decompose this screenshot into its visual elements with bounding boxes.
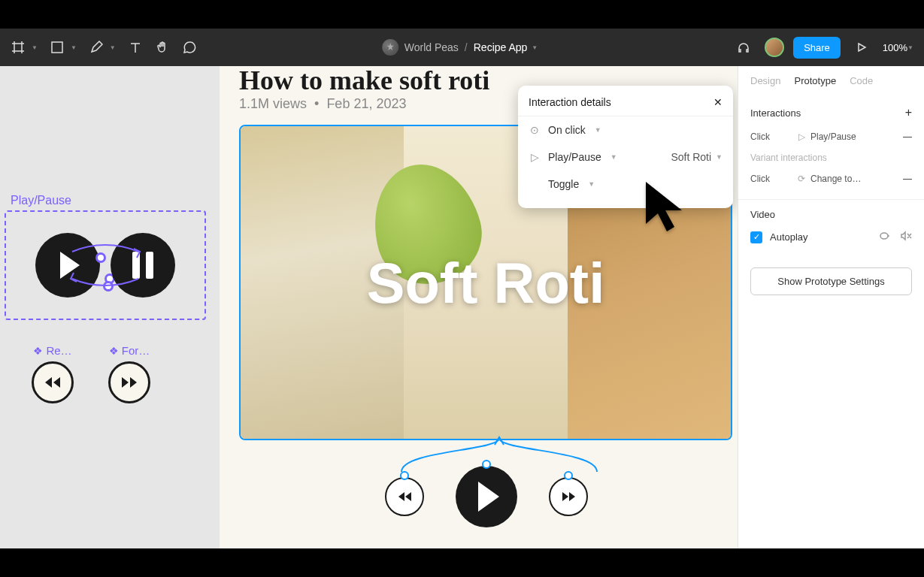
canvas-left[interactable]: Play/Pause ❖Re… xyxy=(0,66,220,548)
variant-interactions-label: Variant interactions xyxy=(750,148,912,168)
video-section: Video ✓ Autoplay xyxy=(738,199,924,257)
hand-tool[interactable] xyxy=(150,35,174,59)
file-name: Recipe App xyxy=(474,41,528,53)
chevron-down-icon: ▼ xyxy=(716,153,723,161)
chevron-down-icon[interactable]: ▼ xyxy=(532,44,538,51)
properties-panel: Design Prototype Code Interactions + Cli… xyxy=(738,66,924,548)
video-controls xyxy=(385,466,588,527)
text-tool[interactable] xyxy=(123,35,147,59)
chevron-down-icon: ▼ xyxy=(588,180,595,188)
shape-tool[interactable] xyxy=(45,35,69,59)
show-prototype-settings-button[interactable]: Show Prototype Settings xyxy=(750,267,912,295)
team-name: World Peas xyxy=(404,41,459,53)
page-subtitle: 1.1M views • Feb 21, 2023 xyxy=(239,96,406,112)
component-badge-icon: ❖ xyxy=(33,345,43,357)
share-button[interactable]: Share xyxy=(793,37,841,59)
component-badge-icon: ❖ xyxy=(109,345,119,357)
chevron-down-icon[interactable]: ▼ xyxy=(71,44,77,51)
canvas-main[interactable]: How to make soft roti 1.1M views • Feb 2… xyxy=(220,66,738,548)
tab-design[interactable]: Design xyxy=(750,75,780,86)
team-badge-icon xyxy=(382,39,398,56)
frame-tool[interactable] xyxy=(6,35,30,59)
video-section-title: Video xyxy=(750,209,775,220)
play-button[interactable] xyxy=(456,466,517,527)
panel-tabs: Design Prototype Code xyxy=(738,66,924,97)
forward-component[interactable]: ❖For… xyxy=(108,344,150,403)
document-title[interactable]: World Peas / Recipe App ▼ xyxy=(382,39,543,56)
popover-title: Interaction details xyxy=(529,96,611,108)
connector-node[interactable] xyxy=(95,252,106,263)
interactions-title: Interactions xyxy=(750,107,801,119)
trigger-select[interactable]: ⊙ On click▼ xyxy=(518,116,733,143)
trigger-icon: ⊙ xyxy=(529,124,541,136)
video-overlay-text: Soft Roti xyxy=(367,250,605,316)
play-variant[interactable] xyxy=(35,233,100,298)
zoom-control[interactable]: 100%▼ xyxy=(883,42,918,53)
chevron-down-icon[interactable]: ▼ xyxy=(32,44,38,51)
mute-icon[interactable] xyxy=(900,231,912,243)
user-avatar[interactable] xyxy=(765,38,784,57)
forward-button[interactable] xyxy=(549,477,588,516)
chevron-down-icon: ▼ xyxy=(907,44,913,51)
loop-icon[interactable] xyxy=(879,231,891,243)
headphones-icon[interactable] xyxy=(732,35,756,59)
checkbox-checked-icon[interactable]: ✓ xyxy=(750,231,762,243)
pause-variant[interactable] xyxy=(111,233,175,298)
interaction-row[interactable]: Click ▷ Play/Pause — xyxy=(750,125,912,148)
chevron-down-icon: ▼ xyxy=(610,153,617,161)
main-toolbar: ▼ ▼ ▼ World Peas / Recipe App ▼ Share 10… xyxy=(0,29,924,66)
remove-icon[interactable]: — xyxy=(903,174,912,184)
connector-node[interactable] xyxy=(103,281,114,292)
play-icon xyxy=(60,252,80,279)
chevron-down-icon: ▼ xyxy=(595,126,601,134)
forward-icon xyxy=(108,361,150,403)
action-select[interactable]: ▷ Play/Pause▼ Soft Roti▼ xyxy=(518,143,733,171)
svg-rect-0 xyxy=(52,42,62,53)
pen-tool[interactable] xyxy=(84,35,108,59)
play-icon: ▷ xyxy=(529,151,541,163)
interactions-section: Interactions + Click ▷ Play/Pause — Vari… xyxy=(738,97,924,199)
autoplay-option[interactable]: ✓ Autoplay xyxy=(750,226,912,248)
forward-label: For… xyxy=(122,344,150,357)
rewind-component[interactable]: ❖Re… xyxy=(32,344,74,403)
present-button[interactable] xyxy=(850,35,874,59)
chevron-down-icon[interactable]: ▼ xyxy=(110,44,116,51)
pause-icon xyxy=(132,252,153,279)
rewind-label: Re… xyxy=(46,344,71,357)
remove-icon[interactable]: — xyxy=(903,131,912,142)
component-set-frame[interactable] xyxy=(5,210,206,320)
interaction-details-popover: Interaction details ✕ ⊙ On click▼ ▷ Play… xyxy=(518,86,733,208)
mode-select[interactable]: Toggle▼ xyxy=(518,171,733,198)
target-select[interactable]: Soft Roti▼ xyxy=(671,151,723,163)
interaction-row[interactable]: Click ⟳ Change to… — xyxy=(750,168,912,190)
tab-prototype[interactable]: Prototype xyxy=(794,75,836,86)
cursor-icon xyxy=(640,179,692,242)
rewind-button[interactable] xyxy=(385,477,424,516)
tab-code[interactable]: Code xyxy=(850,75,873,86)
component-set-label[interactable]: Play/Pause xyxy=(11,194,71,207)
play-icon: ▷ xyxy=(792,131,810,142)
play-icon xyxy=(478,482,499,512)
rewind-icon xyxy=(32,361,74,403)
comment-tool[interactable] xyxy=(177,35,201,59)
close-icon[interactable]: ✕ xyxy=(713,96,723,108)
page-title: How to make soft roti xyxy=(239,66,489,96)
swap-icon: ⟳ xyxy=(792,174,810,184)
add-interaction-button[interactable]: + xyxy=(905,106,912,119)
